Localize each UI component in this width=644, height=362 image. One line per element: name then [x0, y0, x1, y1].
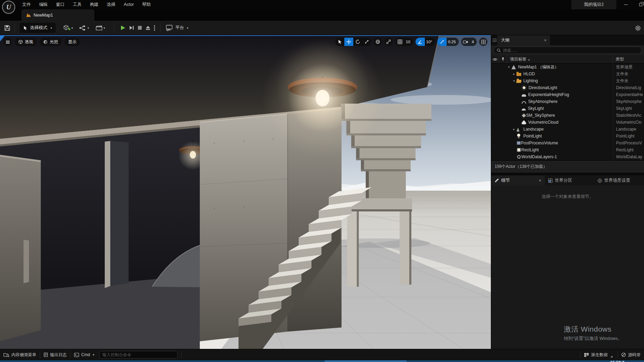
lit-mode-dropdown[interactable]: 光照	[40, 38, 62, 46]
move-tool-button[interactable]	[344, 38, 353, 46]
outliner-row-Lighting[interactable]: ▾Lighting文件夹	[491, 77, 644, 84]
save-button[interactable]	[3, 23, 12, 33]
pin-column-button[interactable]	[499, 55, 507, 63]
outliner-row-VolumetricCloud[interactable]: VolumetricCloudVolumetricClo	[491, 119, 644, 126]
add-actor-button[interactable]: ▾	[62, 23, 75, 33]
console-command-box[interactable]	[99, 351, 178, 359]
visibility-column-button[interactable]	[491, 55, 499, 63]
menu-item-3[interactable]: 工具	[69, 0, 86, 9]
tab-newmap1[interactable]: NewMap1	[21, 9, 94, 21]
content-drawer-button[interactable]: 内容侧滑菜单	[0, 349, 40, 360]
settings-button[interactable]	[635, 21, 641, 35]
world-partition-label: 世界分区	[555, 178, 572, 183]
menu-item-2[interactable]: 窗口	[52, 0, 69, 9]
details-empty-message: 选择一个对象来查看细节。	[491, 194, 644, 200]
row-label: NewMap1 （编辑器）	[518, 64, 613, 70]
chevron-down-icon: ▾	[87, 26, 89, 30]
viewport-menu-button[interactable]	[3, 38, 12, 46]
menu-item-4[interactable]: 构建	[86, 0, 103, 9]
tab-outliner[interactable]: 大纲 ×	[497, 35, 550, 45]
search-input[interactable]	[503, 48, 638, 53]
play-button[interactable]	[119, 23, 127, 33]
outliner-row-HLOD[interactable]: ▸HLOD文件夹	[491, 70, 644, 77]
outliner-row-DirectionalLight[interactable]: DirectionalLightDirectionalLig	[491, 84, 644, 91]
outliner-row-RectLight[interactable]: RectLightRectLight	[491, 146, 644, 153]
menu-item-6[interactable]: Actor	[120, 0, 138, 9]
show-dropdown[interactable]: 显示	[65, 38, 80, 46]
grid-snap-control[interactable]: 10	[395, 38, 413, 46]
outliner-row-PostProcessVolume[interactable]: PostProcessVolumePostProcessV	[491, 140, 644, 146]
expander-icon[interactable]: ▸	[512, 127, 516, 131]
select-tool-button[interactable]	[335, 38, 344, 46]
fog-icon	[522, 94, 526, 97]
outliner-row-SMSkySphere[interactable]: SM_SkySphereStaticMeshAc	[491, 112, 644, 119]
eject-button[interactable]	[144, 23, 152, 33]
viewport-3d[interactable]: 透视 光照 显示	[0, 35, 491, 349]
progress-corner-icon	[610, 355, 613, 358]
minimize-button[interactable]	[620, 0, 631, 9]
scale-snap-control[interactable]: 0.25	[437, 38, 458, 46]
tab-details[interactable]: 细节 ×	[491, 175, 545, 185]
select-mode-dropdown[interactable]: 选择模式 ▾	[20, 23, 56, 33]
camera-speed-control[interactable]: 4	[461, 38, 477, 46]
tab-world-partition[interactable]: 世界分区	[545, 175, 594, 185]
play-options-button[interactable]	[152, 23, 157, 33]
platform-dropdown[interactable]: 平台 ▾	[164, 25, 190, 31]
scale-tool-button[interactable]	[362, 38, 371, 46]
menu-item-1[interactable]: 编辑	[35, 0, 52, 9]
perspective-dropdown[interactable]: 透视	[15, 38, 37, 46]
outliner-row-WorldDataLayers-1[interactable]: WorldDataLayers-1WorldDataLay	[491, 153, 644, 160]
row-type: 世界场景	[613, 64, 644, 70]
row-type: VolumetricClo	[613, 119, 644, 126]
console-input[interactable]	[102, 352, 175, 357]
maximize-viewport-button[interactable]	[479, 38, 487, 46]
row-label: WorldDataLayers-1	[521, 154, 613, 159]
windows-taskbar[interactable]: 15:59:0	[0, 360, 644, 362]
label-column-header[interactable]: 项目标签 ▴	[507, 55, 613, 63]
show-label: 显示	[68, 39, 76, 45]
row-label: VolumetricCloud	[528, 120, 613, 125]
menu-item-0[interactable]: 文件	[18, 0, 35, 9]
expander-icon[interactable]: ▾	[506, 65, 511, 69]
details-body: 选择一个对象来查看细节。 激活 Windows 转到“设置”以激活 Window…	[491, 185, 644, 349]
unreal-logo-icon[interactable]: U	[2, 1, 15, 14]
landscape-icon	[516, 127, 521, 132]
source-control-button[interactable]: 源码管	[618, 349, 644, 360]
cinematics-button[interactable]: ▾	[94, 23, 107, 33]
outliner-row-ExponentialHeightFog[interactable]: ExponentialHeightFogExponentialHe	[491, 91, 644, 98]
blueprints-button[interactable]: ▾	[78, 23, 91, 33]
close-icon[interactable]: ×	[539, 178, 541, 183]
menu-item-5[interactable]: 选择	[103, 0, 120, 9]
output-log-button[interactable]: 输出日志	[40, 349, 70, 360]
atmosphere-icon	[522, 101, 526, 104]
expander-icon[interactable]: ▸	[512, 72, 516, 76]
outliner-row-SkyAtmosphere[interactable]: SkyAtmosphereSkyAtmosphe	[491, 98, 644, 105]
expander-icon[interactable]: ▾	[512, 79, 516, 83]
titlebar: U 文件编辑窗口工具构建选择Actor帮助 我的项目2	[0, 0, 644, 9]
derived-data-label: 派生数据	[591, 352, 608, 358]
menu-item-7[interactable]: 帮助	[138, 0, 155, 9]
world-space-toggle[interactable]	[374, 38, 382, 46]
close-icon[interactable]: ×	[544, 38, 547, 43]
outliner-row-NewMap1[interactable]: ▾NewMap1 （编辑器）世界场景	[491, 64, 644, 70]
sort-ascending-icon: ▴	[528, 58, 530, 61]
cmd-dropdown[interactable]: Cmd ▾	[71, 349, 98, 360]
derived-data-button[interactable]: 派生数据	[580, 349, 617, 360]
stop-button[interactable]	[136, 23, 144, 33]
tab-world-settings[interactable]: 世界场景设置	[594, 175, 644, 185]
type-column-header[interactable]: 类型	[613, 55, 644, 63]
outliner-row-SkyLight[interactable]: SkyLightSkyLight	[491, 105, 644, 112]
folder-icon	[516, 73, 521, 76]
cmd-label: Cmd	[81, 352, 90, 357]
outliner-searchbox[interactable]	[494, 47, 642, 54]
cloud-icon	[522, 122, 526, 124]
frame-skip-button[interactable]	[127, 23, 136, 33]
outliner-row-PointLight[interactable]: PointLightPointLight	[491, 133, 644, 140]
rotate-tool-button[interactable]	[353, 38, 362, 46]
outliner-row-Landscape[interactable]: ▸LandscapeLandscape	[491, 126, 644, 133]
skylight-icon	[522, 108, 526, 111]
restore-button[interactable]	[635, 0, 644, 9]
surface-snapping-button[interactable]	[384, 38, 393, 46]
rotation-snap-control[interactable]: 10°	[416, 38, 435, 46]
derived-data-icon	[584, 353, 589, 357]
